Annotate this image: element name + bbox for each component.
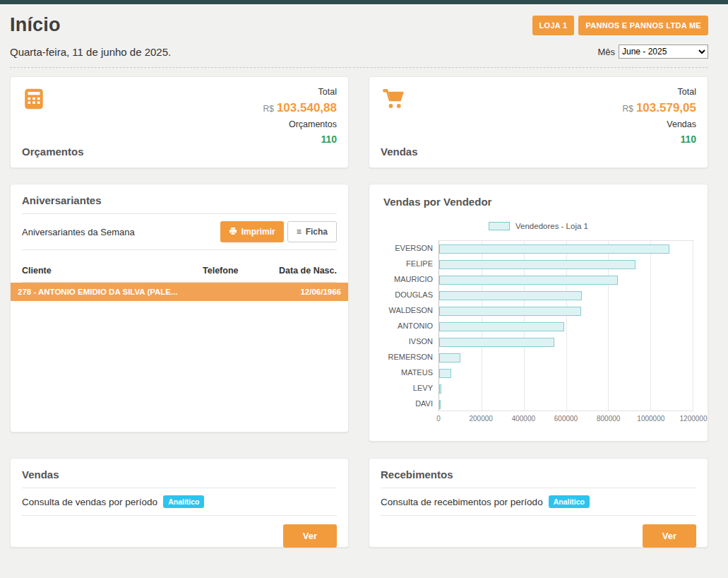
chart-plot [438, 240, 693, 411]
ver-vendas-button[interactable]: Ver [283, 524, 337, 548]
store-button[interactable]: LOJA 1 [532, 16, 575, 35]
cell-cliente: 278 - ANTONIO EMIDIO DA SILVA (PALE... [18, 288, 211, 296]
chart-category-labels: EVERSONFELIPEMAURICIODOUGLASWALDESONANTO… [383, 240, 438, 411]
month-select[interactable]: June - 2025 [619, 45, 708, 59]
chart-gridline [693, 241, 693, 411]
query-description: Consulta de recebimentos por período [381, 497, 543, 507]
column-header: Data de Nasc. [273, 266, 337, 276]
date-row: Quarta-feira, 11 de junho de 2025. Mês J… [10, 45, 708, 68]
chart-category-label: MATEUS [383, 365, 438, 380]
total-amount: R$103.540,88 [263, 101, 337, 115]
birthdays-subtitle: Aniversariantes da Semana [22, 227, 135, 237]
chart-category-label: FELIPE [383, 256, 438, 271]
total-label: Total [263, 87, 337, 97]
total-amount: R$103.579,05 [623, 101, 696, 115]
aniversariantes-card: Aniversariantes Aniversariantes da Seman… [10, 184, 349, 432]
chart-bar-row [439, 319, 693, 334]
cart-icon [381, 87, 418, 111]
chart-bar [439, 338, 554, 347]
bar-chart: EVERSONFELIPEMAURICIODOUGLASWALDESONANTO… [383, 240, 693, 411]
chart-bar [439, 400, 441, 409]
calculator-icon [22, 87, 84, 111]
card-label: Vendas [381, 146, 418, 158]
chart-category-label: WALDESON [383, 302, 438, 318]
print-button[interactable]: Imprimir [220, 221, 284, 242]
header: Início LOJA 1 PANNOS E PANNOS LTDA ME [10, 14, 708, 36]
legend-swatch [489, 222, 510, 230]
table-row[interactable]: 278 - ANTONIO EMIDIO DA SILVA (PALE...12… [11, 283, 348, 301]
chart-legend: Vendedores - Loja 1 [383, 222, 693, 230]
count-value: 110 [623, 134, 696, 145]
chart-bar [439, 307, 581, 316]
page-title: Início [10, 14, 61, 36]
vendas-por-vendedor-card: Vendas por Vendedor Vendedores - Loja 1 … [369, 184, 708, 442]
chart-xticks: 020000040000060000080000010000001200000 [438, 411, 693, 424]
card-label: Orçamentos [22, 146, 84, 158]
total-label: Total [623, 87, 696, 97]
chart-bar-row [439, 334, 693, 350]
vendas-summary-card: Vendas Total R$103.579,05 Vendas 110 [369, 76, 708, 168]
card-title: Recebimentos [381, 468, 696, 480]
chart-bar [439, 276, 618, 285]
currency-symbol: R$ [623, 104, 633, 114]
chart-tick-label: 400000 [512, 415, 535, 423]
chart-bar-row [439, 256, 693, 272]
current-date: Quarta-feira, 11 de junho de 2025. [10, 46, 171, 58]
chart-category-label: DAVI [383, 396, 438, 411]
analitico-badge: Analítico [163, 495, 204, 508]
chart-bar-row [439, 241, 693, 256]
chart-bar-row [439, 365, 693, 381]
company-button[interactable]: PANNOS E PANNOS LTDA ME [578, 16, 708, 35]
chart-bar-row [439, 303, 693, 319]
ver-recebimentos-button[interactable]: Ver [643, 524, 696, 548]
chart-category-label: LEVY [383, 380, 438, 396]
card-title: Vendas [22, 468, 337, 480]
ficha-button[interactable]: ≡ Ficha [287, 221, 337, 242]
chart-tick-label: 1200000 [680, 415, 708, 423]
chart-tick-label: 1000000 [637, 415, 664, 423]
card-title: Vendas por Vendedor [383, 196, 693, 208]
chart-bar [439, 353, 460, 362]
chart-bar [439, 260, 635, 269]
chart-category-label: MAURICIO [383, 271, 438, 287]
count-value: 110 [263, 134, 337, 145]
header-buttons: LOJA 1 PANNOS E PANNOS LTDA ME [532, 16, 708, 35]
card-title: Aniversariantes [22, 194, 337, 206]
count-label: Orçamentos [263, 119, 337, 129]
chart-category-label: REMERSON [383, 349, 438, 365]
chart-bar [439, 384, 441, 394]
printer-icon [229, 227, 237, 237]
chart-bar-row [439, 288, 693, 303]
birthday-table-header: ClienteTelefoneData de Nasc. [22, 257, 337, 283]
chart-category-label: DOUGLAS [383, 287, 438, 302]
currency-symbol: R$ [263, 104, 274, 114]
chart-category-label: EVERSON [383, 240, 438, 256]
column-header: Telefone [203, 266, 273, 276]
chart-bar-row [439, 272, 693, 288]
vendas-query-card: Vendas Consulta de vendas por período An… [10, 458, 349, 548]
query-description: Consulta de vendas por período [22, 497, 157, 507]
list-icon: ≡ [297, 227, 302, 237]
chart-tick-label: 200000 [469, 415, 492, 423]
chart-bar [439, 369, 451, 378]
analitico-badge: Analítico [549, 495, 590, 508]
chart-bar [439, 322, 564, 331]
legend-label: Vendedores - Loja 1 [515, 222, 588, 230]
month-label: Mês [597, 47, 615, 57]
cell-data-nasc: 12/06/1966 [282, 288, 341, 296]
birthday-rows: 278 - ANTONIO EMIDIO DA SILVA (PALE...12… [11, 283, 348, 301]
chart-bar-row [439, 350, 693, 365]
chart-bar-row [439, 396, 693, 412]
recebimentos-query-card: Recebimentos Consulta de recebimentos po… [369, 458, 708, 548]
page-content: Início LOJA 1 PANNOS E PANNOS LTDA ME Qu… [0, 14, 728, 548]
chart-category-label: ANTONIO [383, 318, 438, 334]
orcamentos-summary-card: Orçamentos Total R$103.540,88 Orçamentos… [10, 76, 349, 168]
chart-tick-label: 600000 [554, 415, 578, 423]
chart-bar-row [439, 381, 693, 396]
chart-tick-label: 800000 [597, 415, 620, 423]
chart-bar [439, 291, 582, 300]
chart-bar [439, 244, 669, 254]
top-bar [0, 0, 728, 4]
column-header: Cliente [22, 266, 203, 276]
count-label: Vendas [623, 119, 696, 129]
